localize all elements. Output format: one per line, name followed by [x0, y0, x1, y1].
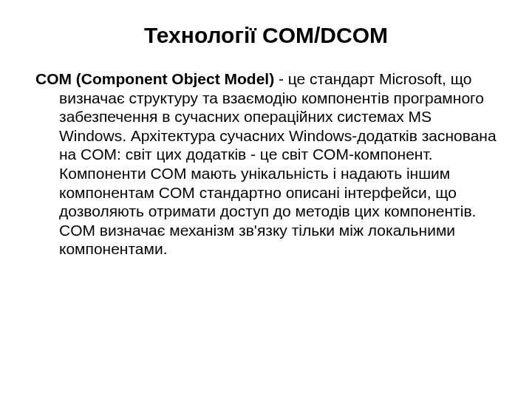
- body-text: - це стандарт Microsoft, що визначає стр…: [59, 70, 497, 257]
- lead-term: COM (Component Object Model): [35, 70, 274, 87]
- slide-body: COM (Component Object Model) - це станда…: [35, 69, 497, 259]
- slide-title: Технології COM/DCOM: [35, 22, 497, 49]
- slide: Технології COM/DCOM COM (Component Objec…: [0, 0, 532, 399]
